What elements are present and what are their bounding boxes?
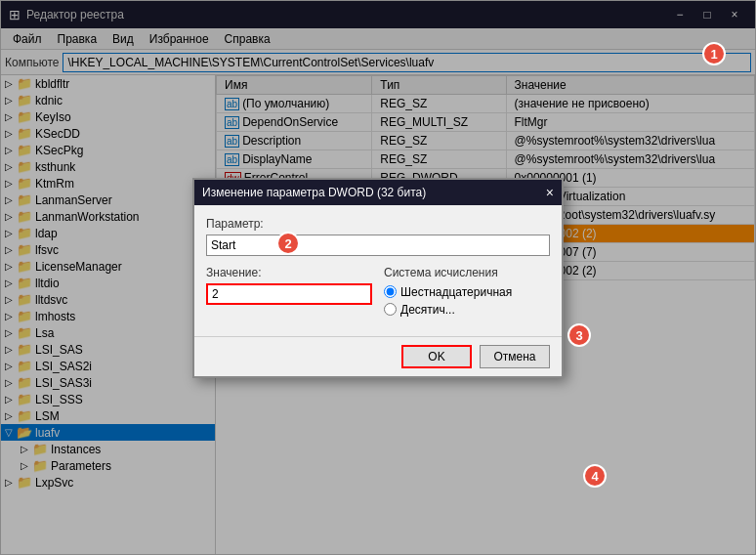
param-input[interactable] — [206, 235, 550, 256]
radio-dec[interactable] — [384, 303, 397, 316]
dialog-value-row: Значение: Система исчисления Шестнадцате… — [206, 266, 550, 320]
badge-3: 3 — [567, 323, 591, 347]
cancel-button[interactable]: Отмена — [480, 345, 550, 368]
dword-edit-dialog: Изменение параметра DWORD (32 бита) × Па… — [192, 178, 564, 378]
radio-hex[interactable] — [384, 285, 397, 298]
radio-dec-text: Десятич... — [400, 303, 455, 317]
badge-2: 2 — [276, 232, 300, 255]
badge-1: 1 — [702, 42, 726, 65]
radio-dec-label[interactable]: Десятич... — [384, 303, 550, 317]
dialog-title-bar: Изменение параметра DWORD (32 бита) × — [194, 180, 562, 205]
dialog-buttons: OK Отмена — [194, 336, 562, 376]
param-label: Параметр: — [206, 217, 550, 231]
value-section: Значение: — [206, 266, 372, 320]
dialog-body: Параметр: Значение: Система исчисления Ш… — [194, 205, 562, 332]
radio-hex-text: Шестнадцатеричная — [400, 285, 512, 299]
radio-hex-label[interactable]: Шестнадцатеричная — [384, 285, 550, 299]
value-input[interactable] — [206, 283, 372, 305]
dialog-title: Изменение параметра DWORD (32 бита) — [202, 186, 426, 199]
dialog-overlay: Изменение параметра DWORD (32 бита) × Па… — [1, 1, 755, 554]
value-label: Значение: — [206, 266, 372, 279]
radio-section: Система исчисления Шестнадцатеричная Дес… — [384, 266, 550, 320]
registry-editor-window: ⊞ Редактор реестра − □ × Файл Правка Вид… — [0, 0, 756, 555]
ok-button[interactable]: OK — [401, 345, 472, 368]
dialog-close-button[interactable]: × — [546, 185, 554, 200]
system-label: Система исчисления — [384, 266, 550, 279]
badge-4: 4 — [583, 464, 607, 488]
